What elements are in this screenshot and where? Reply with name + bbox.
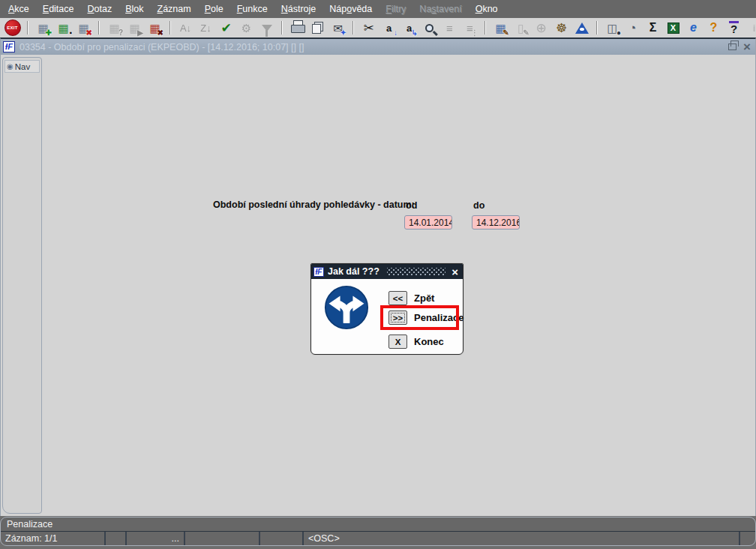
eye-pyramid-icon[interactable] (572, 20, 591, 36)
status-message: Penalizace (1, 518, 755, 531)
paste-icon[interactable]: a↳ (400, 20, 418, 36)
dialog-title: Jak dál ??? (328, 266, 380, 277)
commit-icon[interactable]: ✔ (217, 20, 236, 36)
enter-query-icon: ▦? (105, 20, 124, 36)
menu-item-editace[interactable]: Editace (36, 4, 81, 14)
print-report-icon[interactable] (308, 20, 327, 36)
exit-icon[interactable]: EXIT (3, 20, 22, 36)
find-icon[interactable] (420, 20, 439, 36)
konec-button[interactable]: X (388, 334, 407, 349)
period-label: Období poslední úhrady pohledávky - datu… (213, 200, 415, 210)
status-cell-end (740, 532, 755, 545)
helm-icon[interactable]: ☸ (552, 20, 571, 36)
browser-icon[interactable]: e (684, 20, 703, 36)
copy-icon[interactable]: a↓ (380, 20, 398, 36)
window-titlebar: ƗF 03354 - Období pro penalizaci (EKPEOB… (1, 39, 755, 55)
status-cell-4 (260, 532, 304, 545)
key-help-icon[interactable]: ? (704, 20, 723, 36)
menu-item-nastroje[interactable]: Nástroje (274, 4, 323, 14)
nav-panel: ◉ Nav (2, 57, 42, 514)
calendar-edit-icon[interactable]: ▦✎ (491, 20, 510, 36)
menu-item-akce[interactable]: Akce (2, 4, 36, 14)
outline-icon: ≡ (440, 20, 459, 36)
sort-asc-icon: A↓ (176, 20, 195, 36)
menu-item-zaznam[interactable]: Záznam (151, 4, 198, 14)
toolbar-separator (170, 21, 171, 34)
dialog-titlebar: ƗF Jak dál ??? × (311, 264, 463, 279)
fork-road-sign-icon (324, 285, 369, 330)
menu-item-blok[interactable]: Blok (118, 4, 150, 14)
toolbar-separator (484, 21, 486, 34)
date-to-field[interactable] (472, 215, 520, 230)
toolbar-separator (352, 21, 354, 34)
toolbar-separator (281, 21, 283, 34)
menu-item-nastaveni: Nastavení (412, 4, 468, 14)
menu-item-okno[interactable]: Okno (469, 4, 505, 14)
cut-icon[interactable]: ✂ (359, 20, 378, 36)
menu-item-pole[interactable]: Pole (198, 4, 230, 14)
insert-record-icon[interactable]: ▦✚ (34, 20, 52, 36)
document-edit-icon: ▯✎ (512, 20, 530, 36)
status-cell-3 (185, 532, 260, 545)
status-cells-row: Záznam: 1/1...<OSC> (1, 531, 755, 545)
sort-desc-icon: Z↓ (196, 20, 215, 36)
status-cell-5: <OSC> (304, 532, 740, 545)
filter-icon (257, 20, 276, 36)
window-content: ◉ Nav Období poslední úhrady pohledávky … (1, 55, 755, 516)
window-title: 03354 - Období pro penalizaci (EKPEOBD) … (20, 42, 722, 52)
menu-item-funkce[interactable]: Funkce (230, 4, 274, 14)
restore-window-icon[interactable] (728, 44, 736, 50)
cancel-query-icon[interactable]: ▦✖ (146, 20, 164, 36)
status-cell-1 (106, 532, 127, 545)
toolbar-separator (98, 21, 100, 34)
jak-dal-dialog: ƗF Jak dál ??? × <<Zpět>>PenalizaceXKone… (310, 263, 464, 355)
nav-tab-label: Nav (15, 62, 30, 71)
globe-icon: ⊕ (532, 20, 550, 36)
status-cell-0: Záznam: 1/1 (1, 532, 106, 545)
dialog-grip-texture (387, 268, 446, 276)
sum-icon[interactable]: Σ (644, 20, 662, 36)
zpet-button-label: Zpět (414, 292, 434, 304)
date-from-label: od (406, 200, 417, 211)
toolbar-separator (27, 21, 28, 34)
nav-tab[interactable]: ◉ Nav (4, 60, 40, 73)
outline-detail-icon: ≡⋮ (460, 20, 479, 36)
dialog-row-zpet: <<Zpět (388, 291, 434, 305)
tools-icon: ⚙ (237, 20, 256, 36)
nav-radio-icon: ◉ (7, 62, 14, 70)
delete-record-icon[interactable]: ▦✖ (74, 20, 93, 36)
copy-record-icon[interactable]: ▦▪ (54, 20, 73, 36)
mail-icon[interactable]: ✉✦ (328, 20, 347, 36)
highlight-rectangle (380, 305, 459, 330)
dialog-logo-icon: ƗF (314, 267, 324, 277)
menu-item-filtry: Filtry (379, 4, 412, 14)
dialog-close-icon[interactable]: × (452, 266, 458, 278)
menu-bar: AkceEditaceDotazBlokZáznamPoleFunkceNást… (0, 0, 756, 18)
clock-icon[interactable]: ◔ (623, 20, 642, 36)
context-help-icon[interactable]: ? (724, 20, 743, 36)
info-icon: i (745, 20, 756, 36)
status-cell-2: ... (127, 532, 185, 545)
print-icon[interactable] (288, 20, 307, 36)
menu-item-napoveda[interactable]: Nápověda (322, 4, 379, 14)
excel-icon[interactable]: X (664, 20, 682, 36)
mdi-window: ƗF 03354 - Období pro penalizaci (EKPEOB… (0, 38, 756, 516)
toolbar: EXIT▦✚▦▪▦✖▦?▦▶▦✖A↓Z↓✔⚙✉✦✂a↓a↳≡≡⋮▦✎▯✎⊕☸◫●… (0, 18, 756, 38)
konec-button-label: Konec (414, 336, 444, 347)
close-window-icon[interactable]: × (743, 42, 751, 52)
date-from-field[interactable] (404, 215, 452, 230)
execute-query-icon: ▦▶ (125, 20, 144, 36)
toolbar-separator (596, 21, 598, 34)
zpet-button[interactable]: << (388, 291, 407, 305)
app-logo-icon: ƗF (3, 41, 15, 52)
menu-item-dotaz[interactable]: Dotaz (81, 4, 119, 14)
presentation-icon[interactable]: ◫● (603, 20, 622, 36)
date-to-label: do (473, 200, 484, 211)
dialog-row-konec: XKonec (388, 334, 444, 349)
status-bar: Penalizace Záznam: 1/1...<OSC> (0, 517, 756, 546)
